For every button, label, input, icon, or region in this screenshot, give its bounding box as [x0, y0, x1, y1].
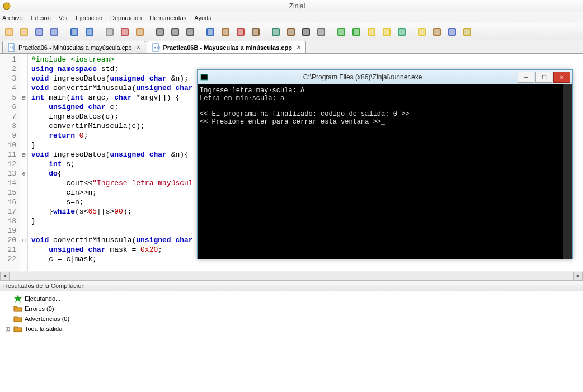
- tab-label: Practica06 - Minúsculas a mayúscula.cpp: [18, 44, 131, 51]
- menu-herramientas[interactable]: Herramientas: [149, 15, 186, 21]
- console-window[interactable]: C:\Program Files (x86)\Zinjal\runner.exe…: [197, 69, 573, 259]
- folder-icon: [13, 314, 22, 323]
- compile-item[interactable]: Errores (0): [3, 304, 580, 314]
- compile-item[interactable]: ⊞Toda la salida: [3, 324, 580, 334]
- new-file-button[interactable]: [2, 25, 16, 39]
- tree-expander[interactable]: ⊞: [3, 325, 11, 333]
- config-button[interactable]: [314, 25, 328, 39]
- mark-button[interactable]: [380, 25, 393, 39]
- svg-rect-26: [208, 29, 213, 35]
- compile-button[interactable]: [204, 25, 217, 39]
- menu-depuracion[interactable]: Depuracion: [110, 15, 142, 21]
- tab-0[interactable]: c++Practica06 - Minúsculas a mayúscula.c…: [2, 41, 145, 53]
- help-button[interactable]: [445, 25, 459, 39]
- debug-button[interactable]: [219, 25, 232, 39]
- tab-close-icon[interactable]: ✕: [297, 44, 301, 50]
- step-button[interactable]: [249, 25, 262, 39]
- menu-ver[interactable]: Ver: [59, 15, 68, 21]
- play-button[interactable]: [365, 25, 378, 39]
- paste-button[interactable]: [133, 25, 147, 39]
- stop-green-button[interactable]: [350, 25, 363, 39]
- compile-panel: Ejecutando... Errores (0) Advertencias (…: [0, 291, 583, 392]
- svg-text:c++: c++: [154, 46, 161, 50]
- compile-item[interactable]: Advertencias (0): [3, 314, 580, 324]
- svg-text:c++: c++: [10, 46, 16, 50]
- menu-edicion[interactable]: Edicion: [31, 15, 51, 21]
- close-button[interactable]: ✕: [553, 72, 570, 83]
- find-next-button[interactable]: [184, 25, 197, 39]
- tree-label: Ejecutando...: [25, 295, 60, 302]
- folder-icon: [13, 304, 22, 313]
- svg-rect-58: [464, 29, 470, 35]
- save-all-button[interactable]: [48, 25, 61, 39]
- svg-rect-22: [172, 29, 178, 35]
- app-icon: [2, 2, 11, 11]
- minimize-button[interactable]: ─: [518, 72, 534, 83]
- tree-expander[interactable]: [3, 295, 11, 302]
- svg-rect-14: [107, 29, 112, 35]
- scroll-right-arrow[interactable]: ►: [573, 272, 583, 280]
- maximize-button[interactable]: ☐: [535, 72, 552, 83]
- console-title: C:\Program Files (x86)\Zinjal\runner.exe: [209, 73, 516, 81]
- run-green-button[interactable]: [335, 25, 348, 39]
- console-v-scrollbar[interactable]: [563, 84, 572, 259]
- svg-rect-28: [223, 29, 228, 35]
- svg-rect-16: [122, 29, 128, 35]
- mark2-button[interactable]: [430, 25, 444, 39]
- replace-button[interactable]: [168, 25, 182, 39]
- mail-button[interactable]: [460, 25, 474, 39]
- mark1-button[interactable]: [415, 25, 429, 39]
- console-output[interactable]: Ingrese letra may·scula: A Letra en min·…: [198, 84, 572, 259]
- menu-ayuda[interactable]: Ayuda: [194, 15, 211, 21]
- svg-rect-12: [87, 29, 92, 35]
- books-button[interactable]: [284, 25, 298, 39]
- redo-button[interactable]: [83, 25, 96, 39]
- editor-h-scrollbar[interactable]: ◄ ►: [0, 271, 583, 280]
- menu-archivo[interactable]: Archivo: [2, 15, 23, 21]
- bug-button[interactable]: [395, 25, 408, 39]
- svg-marker-63: [14, 295, 22, 303]
- compile-panel-title: Resultados de la Compilacion: [0, 280, 583, 291]
- svg-rect-42: [338, 29, 344, 35]
- breakpoint-button[interactable]: [234, 25, 247, 39]
- svg-rect-52: [419, 29, 425, 35]
- svg-rect-64: [201, 74, 208, 80]
- svg-rect-46: [369, 29, 374, 35]
- tree-label: Errores (0): [25, 305, 54, 312]
- menubar: ArchivoEdicionVerEjecucionDepuracionHerr…: [0, 12, 583, 23]
- svg-rect-50: [399, 29, 405, 35]
- run-config-button[interactable]: [269, 25, 283, 39]
- copy-button[interactable]: [103, 25, 116, 39]
- toolbar: [0, 23, 583, 40]
- find-button[interactable]: [153, 25, 167, 39]
- tab-close-icon[interactable]: ✕: [136, 44, 140, 50]
- svg-rect-10: [72, 29, 77, 35]
- window-titlebar: Zinjal: [0, 0, 583, 12]
- menu-ejecucion[interactable]: Ejecucion: [76, 15, 102, 21]
- open-file-button[interactable]: [17, 25, 31, 39]
- compile-item[interactable]: Ejecutando...: [3, 294, 580, 304]
- tree-expander[interactable]: [3, 305, 11, 312]
- cut-button[interactable]: [118, 25, 131, 39]
- line-number-gutter: 12345678910111213141516171819202122: [0, 54, 20, 271]
- tree-label: Advertencias (0): [25, 315, 69, 322]
- svg-rect-8: [51, 29, 57, 35]
- star-icon: [13, 294, 22, 303]
- cpp-file-icon: c++: [152, 43, 161, 52]
- svg-rect-30: [238, 29, 243, 35]
- folder-icon: [13, 324, 22, 333]
- scroll-left-arrow[interactable]: ◄: [0, 272, 10, 280]
- terminal-button[interactable]: [299, 25, 313, 39]
- svg-rect-48: [384, 29, 389, 35]
- scroll-track[interactable]: [10, 272, 573, 280]
- svg-rect-20: [157, 29, 163, 35]
- console-titlebar[interactable]: C:\Program Files (x86)\Zinjal\runner.exe…: [198, 70, 572, 84]
- tree-expander[interactable]: [3, 315, 11, 322]
- undo-button[interactable]: [68, 25, 81, 39]
- svg-rect-18: [137, 29, 143, 35]
- svg-rect-4: [21, 29, 27, 35]
- tab-1[interactable]: c++Practica06B - Mayusculas a minúsculas…: [147, 41, 306, 53]
- fold-gutter[interactable]: ⊟ ⊟ ⊖ ⊟: [20, 54, 28, 271]
- svg-rect-32: [253, 29, 258, 35]
- save-file-button[interactable]: [32, 25, 46, 39]
